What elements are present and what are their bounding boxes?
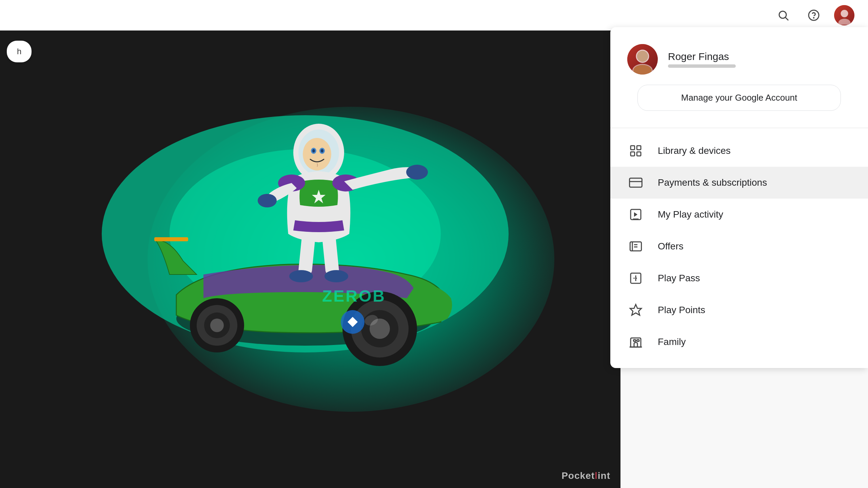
svg-rect-42: [637, 152, 641, 156]
activity-label: My Play activity: [658, 209, 723, 220]
username: Roger Fingas: [668, 51, 851, 62]
header: [0, 0, 868, 30]
svg-point-27: [321, 149, 323, 152]
user-avatar-button[interactable]: [834, 5, 854, 25]
menu-item-activity[interactable]: My Play activity: [610, 199, 868, 230]
svg-rect-49: [633, 340, 636, 341]
svg-point-32: [289, 270, 313, 282]
svg-rect-40: [637, 146, 641, 150]
pass-icon: [627, 270, 644, 287]
svg-rect-9: [154, 237, 188, 241]
svg-point-18: [210, 319, 224, 332]
family-icon: [627, 333, 644, 350]
help-button[interactable]: [804, 5, 824, 25]
svg-point-31: [258, 194, 277, 207]
menu-item-pass[interactable]: Play Pass: [610, 262, 868, 294]
payments-label: Payments & subscriptions: [658, 177, 767, 188]
svg-rect-41: [631, 152, 635, 156]
svg-line-1: [786, 18, 788, 20]
dropdown-header: Roger Fingas: [610, 37, 868, 85]
menu-item-library[interactable]: Library & devices: [610, 135, 868, 167]
points-label: Play Points: [658, 305, 705, 316]
menu-item-points[interactable]: Play Points: [610, 294, 868, 326]
help-icon: [808, 9, 820, 21]
offers-icon: [627, 238, 644, 255]
svg-point-30: [406, 165, 428, 180]
svg-point-33: [324, 270, 348, 282]
header-icons: [773, 5, 854, 25]
user-info: Roger Fingas: [668, 51, 851, 68]
hero-area: ZEROB: [0, 30, 620, 488]
offers-label: Offers: [658, 241, 684, 252]
dropdown-avatar: [627, 44, 658, 75]
svg-text:ZEROB: ZEROB: [322, 287, 386, 305]
svg-point-0: [779, 11, 786, 18]
avatar-image: [627, 44, 658, 75]
svg-point-23: [303, 138, 331, 170]
avatar: [834, 5, 854, 25]
svg-point-26: [312, 149, 315, 152]
divider-1: [610, 128, 868, 128]
svg-rect-48: [630, 242, 641, 251]
hero-character: ZEROB: [68, 64, 542, 369]
activity-icon: [627, 206, 644, 223]
svg-rect-43: [630, 178, 642, 187]
menu-item-offers[interactable]: Offers: [610, 230, 868, 262]
watermark-highlight: l: [595, 470, 598, 481]
search-icon: [777, 9, 789, 21]
svg-rect-50: [637, 340, 639, 341]
menu-item-family[interactable]: Family: [610, 326, 868, 358]
svg-point-4: [841, 10, 848, 17]
payments-icon: [627, 174, 644, 191]
library-label: Library & devices: [658, 145, 731, 156]
points-icon: [627, 302, 644, 319]
email-placeholder: [668, 64, 736, 68]
svg-marker-46: [634, 212, 637, 217]
svg-point-5: [838, 19, 850, 25]
family-label: Family: [658, 337, 686, 347]
svg-point-37: [637, 51, 648, 62]
svg-rect-39: [631, 146, 635, 150]
menu-item-payments[interactable]: Payments & subscriptions: [610, 167, 868, 199]
search-button[interactable]: [773, 5, 793, 25]
manage-account-button[interactable]: Manage your Google Account: [637, 85, 841, 111]
account-dropdown: Roger Fingas Manage your Google Account …: [610, 27, 868, 368]
back-button[interactable]: h: [7, 41, 32, 62]
watermark: Pocketlint: [561, 470, 610, 481]
library-icon: [627, 142, 644, 159]
pass-label: Play Pass: [658, 273, 700, 284]
